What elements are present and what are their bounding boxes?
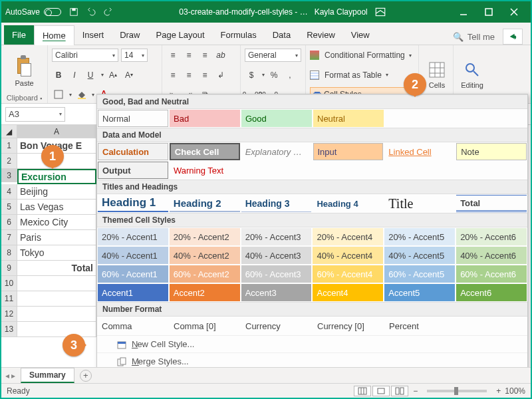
style-check-cell[interactable]: Check Cell [170,143,240,160]
style-20-accent4[interactable]: 20% - Accent4 [313,228,383,245]
style-comma0[interactable]: Comma [0] [170,317,240,334]
minimize-button[interactable] [451,1,476,23]
zoom-in-button[interactable]: + [496,386,501,396]
sheet-nav-prev[interactable]: ◂ [5,371,9,380]
style-60-accent1[interactable]: 60% - Accent1 [98,265,168,283]
style-40-accent5[interactable]: 40% - Accent5 [384,247,455,264]
style-title[interactable]: Title [384,195,455,212]
row-header-11[interactable]: 11 [1,291,17,307]
style-20-accent5[interactable]: 20% - Accent5 [384,228,455,245]
borders-button[interactable] [52,88,65,101]
style-explanatory[interactable]: Explanatory … [241,143,312,160]
row-header-1[interactable]: 1 [1,138,17,154]
style-warning-text[interactable]: Warning Text [170,162,240,179]
editing-button[interactable]: Editing [458,60,486,89]
style-40-accent6[interactable]: 40% - Accent6 [456,247,527,264]
save-icon[interactable] [68,6,80,18]
style-60-accent3[interactable]: 60% - Accent3 [241,265,312,283]
row-header-6[interactable]: 6 [1,215,17,230]
add-sheet-button[interactable]: + [80,370,92,382]
paste-button[interactable]: Paste [11,54,39,87]
zoom-slider[interactable] [427,390,487,392]
style-40-accent1[interactable]: 40% - Accent1 [98,247,168,264]
align-bottom-button[interactable]: ≡ [198,49,211,62]
row-header-3[interactable]: 3 [1,169,17,182]
cell-a13[interactable] [17,322,96,337]
font-name-select[interactable]: Calibri▾ [52,49,118,62]
tab-draw[interactable]: Draw [112,25,148,45]
number-format-select[interactable]: General▾ [245,49,301,62]
style-comma[interactable]: Comma [98,317,168,334]
align-left-button[interactable]: ≡ [166,68,180,82]
zoom-level[interactable]: 100% [505,386,525,396]
autosave-toggle[interactable] [44,8,61,16]
cell-a5[interactable]: Las Vegas [17,200,96,215]
cell-a3[interactable]: Excursion [17,169,96,184]
tab-file[interactable]: File [4,25,34,45]
format-as-table-button[interactable]: Format as Table▾ [310,68,414,82]
style-calculation[interactable]: Calculation [98,143,168,160]
tab-data[interactable]: Data [265,25,299,45]
style-20-accent3[interactable]: 20% - Accent3 [241,228,312,245]
style-60-accent4[interactable]: 60% - Accent4 [313,265,383,283]
style-accent3[interactable]: Accent3 [241,284,312,301]
row-header-4[interactable]: 4 [1,184,17,200]
style-note[interactable]: Note [456,143,527,160]
style-60-accent5[interactable]: 60% - Accent5 [384,265,455,283]
orientation-button[interactable]: ab [214,49,227,62]
name-box[interactable]: A3▾ [5,107,65,122]
view-page-layout-button[interactable] [372,386,390,396]
style-currency0[interactable]: Currency [0] [313,317,384,334]
style-20-accent2[interactable]: 20% - Accent2 [170,228,240,245]
cell-a6[interactable]: Mexico City [17,215,96,230]
style-total[interactable]: Total [456,195,527,212]
undo-icon[interactable] [85,6,97,18]
tab-view[interactable]: View [343,25,378,45]
tab-page-layout[interactable]: Page Layout [148,25,213,45]
cells-button[interactable]: Cells [423,60,451,89]
style-accent4[interactable]: Accent4 [313,284,383,301]
cell-a9[interactable]: Total [17,261,96,276]
select-all-corner[interactable]: ◢ [1,125,17,138]
view-page-break-button[interactable] [391,386,408,396]
share-button[interactable] [503,29,523,45]
sheet-tab-summary[interactable]: Summary [21,368,74,383]
row-header-2[interactable]: 2 [1,154,17,169]
tell-me-input[interactable]: Tell me [467,32,495,42]
style-accent6[interactable]: Accent6 [456,284,527,301]
tab-insert[interactable]: Insert [74,25,112,45]
new-cell-style-menu[interactable]: New Cell Style... [97,335,527,352]
style-accent5[interactable]: Accent5 [384,284,455,301]
style-heading1[interactable]: Heading 1 [98,195,168,212]
style-input[interactable]: Input [313,143,384,160]
style-40-accent2[interactable]: 40% - Accent2 [170,247,240,264]
row-header-10[interactable]: 10 [1,276,17,291]
cell-a11[interactable] [17,291,96,307]
row-header-5[interactable]: 5 [1,200,17,215]
align-right-button[interactable]: ≡ [198,68,211,82]
sheet-nav-next[interactable]: ▸ [11,371,15,380]
grow-font-button[interactable]: A▴ [106,68,120,82]
fill-color-button[interactable] [74,88,88,101]
underline-button[interactable]: U [84,68,97,82]
shrink-font-button[interactable]: A▾ [122,68,136,82]
cell-a12[interactable] [17,307,96,322]
redo-icon[interactable] [102,6,114,18]
style-linked-cell[interactable]: Linked Cell [384,143,455,160]
style-accent1[interactable]: Accent1 [98,284,168,301]
tab-review[interactable]: Review [299,25,343,45]
style-60-accent2[interactable]: 60% - Accent2 [170,265,240,283]
style-good[interactable]: Good [241,110,312,127]
bold-button[interactable]: B [52,68,65,82]
style-20-accent1[interactable]: 20% - Accent1 [98,228,168,245]
font-size-select[interactable]: 14▾ [121,49,148,62]
style-neutral[interactable]: Neutral [313,110,384,127]
style-bad[interactable]: Bad [170,110,240,127]
tab-home[interactable]: Home [34,25,74,45]
align-top-button[interactable]: ≡ [166,49,180,62]
style-heading3[interactable]: Heading 3 [241,195,312,212]
zoom-out-button[interactable]: − [413,386,418,396]
cell-a7[interactable]: Paris [17,230,96,245]
col-header-a[interactable]: A [17,125,96,138]
view-normal-button[interactable] [354,386,371,396]
